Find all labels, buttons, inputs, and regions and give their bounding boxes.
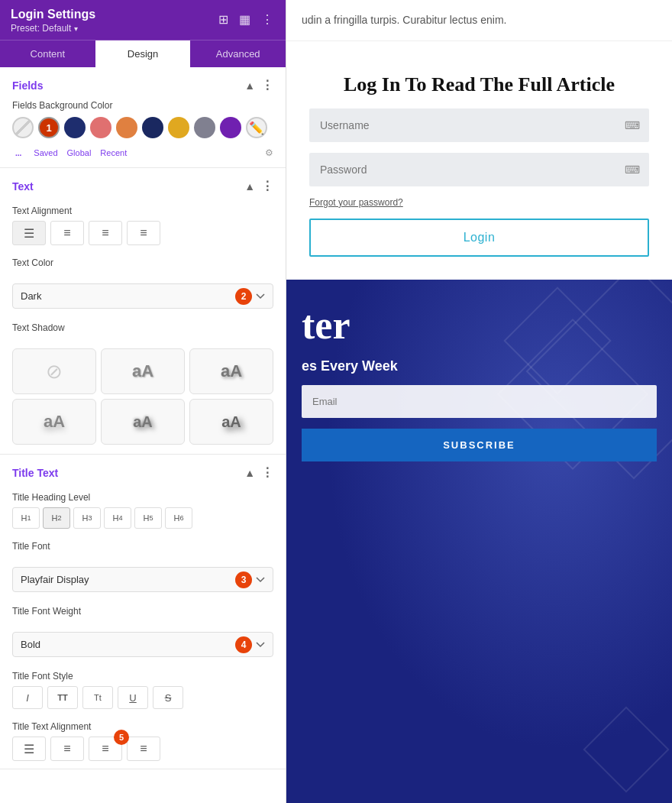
text-color-select[interactable]: Dark Light Custom	[12, 283, 273, 309]
promo-section: ter es Every Week SUBSCRIBE	[286, 280, 672, 803]
title-text-section: Title Text ▲ ⋮ Title Heading Level H1 H2…	[0, 455, 286, 769]
title-style-label: Title Font Style	[12, 671, 273, 682]
text-shadow-row: Text Shadow	[0, 318, 286, 345]
title-weight-select[interactable]: Bold Normal Light	[12, 632, 273, 657]
align-left-btn[interactable]: ☰	[12, 221, 46, 245]
title-align-left-btn[interactable]: ☰	[12, 737, 46, 761]
underline-btn[interactable]: U	[118, 686, 148, 709]
strikethrough-btn[interactable]: S	[153, 686, 183, 709]
text-alignment-row: Text Alignment ☰ ≡ ≡ ≡	[0, 201, 286, 253]
panel-header: Login Settings Preset: Default ▾ ⊞ ▦ ⋮	[0, 0, 286, 40]
recent-tab[interactable]: Recent	[100, 148, 127, 157]
h3-btn[interactable]: H3	[73, 507, 101, 529]
tab-content[interactable]: Content	[0, 40, 95, 67]
title-menu-btn[interactable]: ⋮	[261, 465, 273, 480]
shadow-none[interactable]: ⊘	[12, 348, 96, 394]
preview-panel: udin a fringilla turpis. Curabitur lectu…	[286, 0, 672, 803]
uppercase-btn[interactable]: TT	[47, 686, 78, 709]
settings-panel: Login Settings Preset: Default ▾ ⊞ ▦ ⋮ C…	[0, 0, 286, 803]
saved-tab[interactable]: Saved	[34, 148, 57, 157]
title-font-row: Title Font	[0, 536, 286, 564]
shadow-medium-preview: aA	[221, 361, 242, 381]
italic-btn[interactable]: I	[12, 686, 43, 709]
heading-level-row: Title Heading Level H1 H2 H3 H4 H5 H6	[0, 487, 286, 536]
username-icon: ⌨	[625, 119, 640, 131]
panel-preset[interactable]: Preset: Default ▾	[11, 23, 95, 34]
color-gear-icon[interactable]: ⚙	[265, 147, 273, 158]
title-weight-select-row: Bold Normal Light 4	[0, 629, 286, 666]
preset-caret-icon: ▾	[74, 24, 78, 33]
color-swatch-orange[interactable]	[116, 117, 137, 138]
text-shadow-label: Text Shadow	[12, 322, 273, 333]
title-collapse-btn[interactable]: ▲	[244, 467, 255, 479]
align-center-btn[interactable]: ≡	[50, 221, 84, 245]
shadow-outline[interactable]: aA	[189, 399, 273, 445]
text-menu-btn[interactable]: ⋮	[261, 179, 273, 193]
panel-title: Login Settings	[11, 8, 95, 21]
shadow-heavy[interactable]: aA	[101, 399, 185, 445]
color-swatch-amber[interactable]	[168, 117, 189, 138]
color-swatch-transparent[interactable]	[12, 117, 34, 138]
subscribe-button[interactable]: SUBSCRIBE	[302, 429, 657, 461]
title-weight-label: Title Font Weight	[12, 606, 273, 617]
badge-2: 2	[235, 288, 252, 305]
tab-advanced[interactable]: Advanced	[190, 40, 286, 67]
title-alignment-row: Title Text Alignment ☰ ≡ ≡ 5 ≡	[0, 717, 286, 769]
login-button[interactable]: Login	[309, 219, 649, 257]
shadow-bottom[interactable]: aA	[12, 399, 96, 445]
more-options-icon[interactable]: ⋮	[260, 11, 275, 28]
color-swatch-1[interactable]: 1	[38, 117, 60, 138]
title-align-justify-btn[interactable]: ≡	[127, 737, 160, 761]
promo-email-wrap	[302, 385, 657, 418]
color-swatch-salmon[interactable]	[90, 117, 111, 138]
title-align-center-btn[interactable]: ≡	[50, 737, 84, 761]
color-swatch-gray[interactable]	[194, 117, 215, 138]
fields-menu-btn[interactable]: ⋮	[261, 78, 273, 92]
h4-btn[interactable]: H4	[104, 507, 131, 529]
align-justify-btn[interactable]: ≡	[127, 221, 160, 245]
h1-btn[interactable]: H1	[12, 507, 40, 529]
shadow-light-preview: aA	[132, 361, 153, 381]
password-input[interactable]	[309, 153, 649, 186]
text-color-label: Text Color	[12, 257, 273, 268]
shadow-medium[interactable]: aA	[189, 348, 273, 394]
forgot-password-link[interactable]: Forgot your password?	[309, 197, 403, 208]
username-input[interactable]	[309, 108, 649, 142]
login-form-preview: Log In To Read The Full Article ⌨ ⌨ Forg…	[286, 41, 672, 280]
text-alignment-label: Text Alignment	[12, 206, 273, 216]
global-tab[interactable]: Global	[67, 148, 92, 157]
text-collapse-btn[interactable]: ▲	[244, 180, 255, 193]
title-font-select[interactable]: Playfair Display Arial Georgia	[12, 567, 273, 592]
fields-section-title: Fields	[12, 79, 43, 92]
h6-btn[interactable]: H6	[165, 507, 192, 529]
title-style-row: Title Font Style I TT Tt U S	[0, 666, 286, 717]
align-right-btn[interactable]: ≡	[89, 221, 122, 245]
tab-design[interactable]: Design	[95, 40, 191, 67]
fields-collapse-btn[interactable]: ▲	[244, 79, 255, 92]
tabs-row: Content Design Advanced	[0, 40, 286, 67]
capitalize-btn[interactable]: Tt	[82, 686, 113, 709]
title-align-right-btn[interactable]: ≡ 5	[89, 737, 122, 761]
h2-btn[interactable]: H2	[43, 507, 70, 529]
color-swatch-dark-blue[interactable]	[64, 117, 86, 138]
color-swatch-purple[interactable]	[220, 117, 241, 138]
text-color-select-row: Dark Light Custom 2	[0, 280, 286, 318]
shadow-heavy-preview: aA	[133, 413, 153, 431]
shadow-light[interactable]: aA	[101, 348, 185, 394]
shadow-outline-preview: aA	[221, 413, 241, 431]
text-color-row: Text Color	[0, 253, 286, 280]
promo-tagline: es Every Week	[302, 358, 657, 374]
h5-btn[interactable]: H5	[134, 507, 162, 529]
color-swatch-navy[interactable]	[142, 117, 163, 138]
color-swatch-pencil[interactable]: ✏️	[246, 117, 267, 138]
badge-4: 4	[235, 636, 252, 653]
more-swatches-btn[interactable]: ...	[12, 149, 24, 157]
login-title: Log In To Read The Full Article	[344, 72, 615, 98]
preview-top-text: udin a fringilla turpis. Curabitur lectu…	[286, 0, 672, 41]
fields-section: Fields ▲ ⋮ Fields Background Color 1 ✏️	[0, 67, 286, 168]
expand-icon[interactable]: ⊞	[217, 11, 230, 28]
title-alignment-label: Title Text Alignment	[12, 721, 273, 732]
promo-big-text: ter	[302, 303, 657, 348]
columns-icon[interactable]: ▦	[237, 11, 252, 28]
promo-email-input[interactable]	[302, 385, 657, 418]
